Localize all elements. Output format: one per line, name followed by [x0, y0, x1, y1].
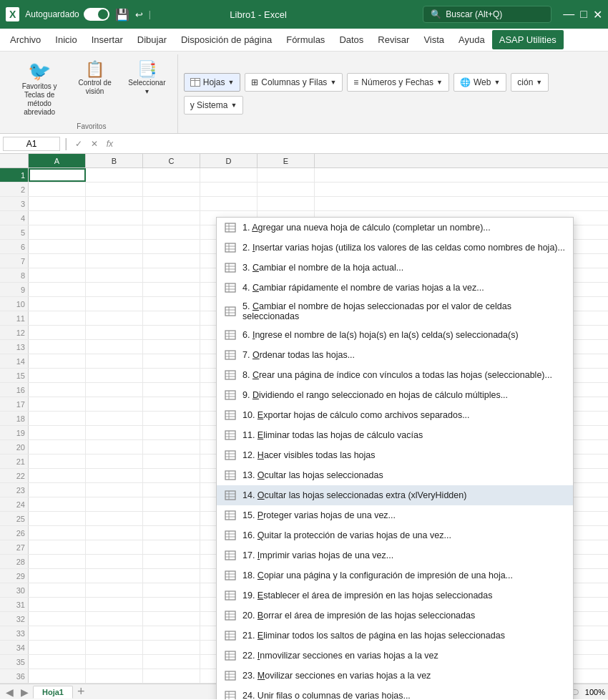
cell-C35[interactable]: [143, 655, 200, 669]
cell-A11[interactable]: [29, 311, 86, 325]
cell-C24[interactable]: [143, 497, 200, 511]
cell-A17[interactable]: [29, 397, 86, 411]
cell-B14[interactable]: [86, 354, 143, 368]
dropdown-item-16[interactable]: 16. Quitar la protección de varias hojas…: [217, 525, 573, 545]
cell-B31[interactable]: [86, 598, 143, 611]
dropdown-item-21[interactable]: 21. Eliminar todos los saltos de página …: [217, 626, 573, 646]
cell-C25[interactable]: [143, 512, 200, 525]
dropdown-item-6[interactable]: 6. Ingrese el nombre de la(s) hoja(s) en…: [217, 325, 573, 345]
asap-btn-numeros[interactable]: ≡ Números y Fechas ▼: [347, 73, 449, 92]
close-btn[interactable]: ✕: [593, 8, 602, 21]
cell-A25[interactable]: [29, 512, 86, 525]
cell-A18[interactable]: [29, 412, 86, 425]
cell-B36[interactable]: [86, 669, 143, 683]
cell-A4[interactable]: [29, 211, 86, 225]
menu-dibujar[interactable]: Dibujar: [130, 30, 174, 49]
cell-D3[interactable]: [200, 197, 258, 210]
cell-B2[interactable]: [86, 183, 143, 196]
menu-inicio[interactable]: Inicio: [48, 30, 84, 49]
cell-A24[interactable]: [29, 497, 86, 511]
cell-B4[interactable]: [86, 211, 143, 225]
cell-A29[interactable]: [29, 569, 86, 583]
cell-B1[interactable]: [86, 168, 143, 182]
dropdown-item-14[interactable]: 14. Ocultar las hojas seleccionadas extr…: [217, 485, 573, 505]
cell-B28[interactable]: [86, 555, 143, 568]
cell-B8[interactable]: [86, 268, 143, 282]
cell-B34[interactable]: [86, 641, 143, 654]
asap-btn-sistema[interactable]: y Sistema ▼: [184, 96, 244, 115]
dropdown-item-13[interactable]: 13. Ocultar las hojas seleccionadas: [217, 465, 573, 485]
dropdown-item-15[interactable]: 15. Proteger varias hojas de una vez...: [217, 505, 573, 525]
cell-A22[interactable]: [29, 469, 86, 482]
cell-A21[interactable]: [29, 454, 86, 468]
cell-A34[interactable]: [29, 641, 86, 654]
cell-C11[interactable]: [143, 311, 200, 325]
cell-B26[interactable]: [86, 526, 143, 540]
dropdown-item-2[interactable]: 2. Insertar varias hojas (utiliza los va…: [217, 238, 573, 258]
menu-archivo[interactable]: Archivo: [3, 30, 48, 49]
cell-B35[interactable]: [86, 655, 143, 669]
cell-A3[interactable]: [29, 197, 86, 210]
autosave-toggle[interactable]: [84, 8, 109, 21]
cell-C5[interactable]: [143, 225, 200, 239]
cell-B18[interactable]: [86, 412, 143, 425]
cell-C20[interactable]: [143, 440, 200, 454]
dropdown-item-17[interactable]: 17. Imprimir varias hojas de una vez...: [217, 545, 573, 565]
dropdown-item-7[interactable]: 7. Ordenar todas las hojas...: [217, 345, 573, 365]
cell-A28[interactable]: [29, 555, 86, 568]
cell-D1[interactable]: [200, 168, 258, 182]
menu-formulas[interactable]: Fórmulas: [279, 30, 332, 49]
ribbon-btn-seleccionar[interactable]: 📑 Seleccionar ▾: [122, 57, 172, 99]
cell-A8[interactable]: [29, 268, 86, 282]
cell-A31[interactable]: [29, 598, 86, 611]
cell-C1[interactable]: [143, 168, 200, 182]
cell-C9[interactable]: [143, 283, 200, 296]
cell-B10[interactable]: [86, 297, 143, 311]
cell-C29[interactable]: [143, 569, 200, 583]
formula-func-icon[interactable]: fx: [104, 137, 116, 150]
cell-C8[interactable]: [143, 268, 200, 282]
cell-B7[interactable]: [86, 254, 143, 268]
cell-C10[interactable]: [143, 297, 200, 311]
cell-reference-input[interactable]: A1: [3, 137, 60, 151]
cell-A30[interactable]: [29, 583, 86, 597]
dropdown-item-19[interactable]: 19. Establecer el área de impresión en l…: [217, 585, 573, 606]
dropdown-item-3[interactable]: 3. Cambiar el nombre de la hoja actual..…: [217, 258, 573, 278]
cell-B30[interactable]: [86, 583, 143, 597]
cell-B3[interactable]: [86, 197, 143, 210]
cell-E2[interactable]: [258, 183, 315, 196]
cell-C14[interactable]: [143, 354, 200, 368]
dropdown-item-18[interactable]: 18. Copiar una página y la configuración…: [217, 565, 573, 585]
cell-B25[interactable]: [86, 512, 143, 525]
formula-input[interactable]: [119, 137, 605, 150]
sheet-nav-right[interactable]: ▶: [18, 686, 31, 698]
dropdown-item-5[interactable]: 5. Cambiar el nombre de hojas selecciona…: [217, 298, 573, 325]
sheet-nav-left[interactable]: ◀: [3, 686, 16, 698]
cell-A1[interactable]: [29, 168, 86, 182]
cell-C7[interactable]: [143, 254, 200, 268]
menu-ayuda[interactable]: Ayuda: [451, 30, 492, 49]
dropdown-item-9[interactable]: 9. Dividiendo el rango seleccionado en h…: [217, 385, 573, 405]
cell-B32[interactable]: [86, 612, 143, 626]
cell-C13[interactable]: [143, 340, 200, 354]
cell-B22[interactable]: [86, 469, 143, 482]
cell-B29[interactable]: [86, 569, 143, 583]
menu-asap[interactable]: ASAP Utilities: [492, 30, 564, 49]
dropdown-item-23[interactable]: 23. Movilizar secciones en varias hojas …: [217, 666, 573, 686]
cell-D2[interactable]: [200, 183, 258, 196]
cell-A12[interactable]: [29, 326, 86, 339]
sheet-tab-hoja1[interactable]: Hoja1: [33, 686, 73, 699]
cell-B19[interactable]: [86, 426, 143, 439]
menu-revisar[interactable]: Revisar: [371, 30, 416, 49]
dropdown-item-4[interactable]: 4. Cambiar rápidamente el nombre de vari…: [217, 278, 573, 298]
cell-C33[interactable]: [143, 626, 200, 640]
cell-C31[interactable]: [143, 598, 200, 611]
maximize-btn[interactable]: □: [580, 8, 587, 21]
cell-C28[interactable]: [143, 555, 200, 568]
cell-A23[interactable]: [29, 483, 86, 497]
cell-B33[interactable]: [86, 626, 143, 640]
cell-C27[interactable]: [143, 540, 200, 554]
cell-C12[interactable]: [143, 326, 200, 339]
dropdown-item-10[interactable]: 10. Exportar hojas de cálculo como archi…: [217, 405, 573, 425]
cell-B13[interactable]: [86, 340, 143, 354]
